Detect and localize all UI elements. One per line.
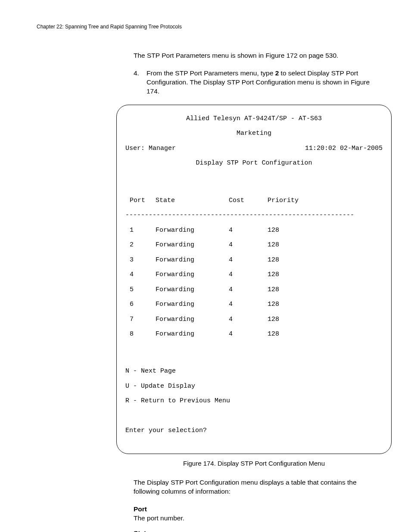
para-intro: The STP Port Parameters menu is shown in… [134, 51, 374, 60]
table-row: 5Forwarding4128 [125, 286, 383, 293]
def-text: The port number. [134, 514, 374, 523]
step-bold: 2 [275, 69, 279, 77]
term-table: PortStateCostPriority ------------------… [125, 189, 383, 345]
col-cost: Cost [229, 197, 268, 204]
term-prompt: Enter your selection? [125, 427, 383, 434]
term-header-row: PortStateCostPriority [125, 197, 383, 204]
table-row: 7Forwarding4128 [125, 316, 383, 323]
table-row: 1Forwarding4128 [125, 227, 383, 234]
opt-n: N - Next Page [125, 367, 383, 375]
term-timestamp: 11:20:02 02-Mar-2005 [305, 145, 383, 152]
figure-caption: Figure 174. Display STP Port Configurati… [134, 459, 374, 468]
step-number: 4. [134, 69, 139, 78]
term-divider: ----------------------------------------… [125, 212, 383, 219]
term-user: User: Manager [125, 145, 176, 152]
term-subtitle: Marketing [125, 130, 383, 137]
def-term: Port [134, 505, 374, 514]
term-title: Allied Telesyn AT-9424T/SP - AT-S63 [125, 115, 383, 122]
step-4: 4. From the STP Port Parameters menu, ty… [134, 69, 374, 96]
step-text-a: From the STP Port Parameters menu, type [146, 69, 275, 77]
term-menu-title: Display STP Port Configuration [125, 159, 383, 167]
terminal-screenshot: Allied Telesyn AT-9424T/SP - AT-S63 Mark… [116, 105, 392, 454]
col-prio: Priority [268, 197, 383, 204]
table-row: 4Forwarding4128 [125, 271, 383, 278]
table-row: 3Forwarding4128 [125, 256, 383, 264]
opt-r: R - Return to Previous Menu [125, 397, 383, 404]
opt-u: U - Update Display [125, 383, 383, 390]
chapter-header: Chapter 22: Spanning Tree and Rapid Span… [37, 24, 374, 30]
table-row: 2Forwarding4128 [125, 241, 383, 249]
col-state: State [156, 197, 229, 204]
table-row: 8Forwarding4128 [125, 330, 383, 338]
col-port: Port [125, 197, 156, 204]
table-row: 6Forwarding4128 [125, 301, 383, 308]
def-term: State [134, 529, 374, 532]
para-lead: The Display STP Port Configuration menu … [134, 478, 374, 496]
